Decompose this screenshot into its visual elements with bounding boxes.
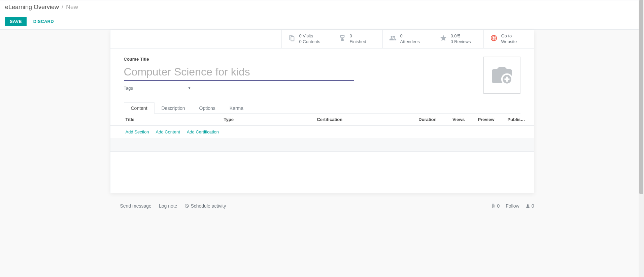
stat-finished[interactable]: 0 Finished: [332, 30, 382, 48]
col-certification[interactable]: Certification: [313, 114, 415, 126]
chatter-bar: Send message Log note Schedule activity …: [87, 200, 558, 209]
vertical-scrollbar[interactable]: [639, 0, 644, 209]
stat-website[interactable]: Go to Website: [483, 30, 534, 48]
camera-plus-icon: [490, 63, 514, 87]
users-icon: [389, 34, 397, 43]
clock-icon: [184, 204, 189, 208]
scrollbar-thumb[interactable]: [639, 0, 643, 194]
stat-attendees-line2: Attendees: [400, 39, 420, 45]
stat-attendees-line1: 0: [400, 33, 420, 39]
attachments-count[interactable]: 0: [491, 203, 500, 209]
stat-reviews-line2: 0 Reviews: [451, 39, 471, 45]
user-icon: [526, 204, 530, 208]
breadcrumb-current: New: [66, 4, 78, 11]
trophy-icon: [338, 34, 346, 43]
stat-reviews-line1: 0.0/5: [451, 33, 471, 39]
tab-description[interactable]: Description: [155, 102, 192, 114]
tab-options[interactable]: Options: [192, 102, 223, 114]
caret-down-icon: ▼: [188, 86, 191, 90]
add-section-link[interactable]: Add Section: [126, 129, 149, 134]
table-row: [110, 151, 534, 165]
stat-attendees[interactable]: 0 Attendees: [382, 30, 433, 48]
tags-placeholder: Tags: [124, 86, 133, 91]
schedule-activity-button[interactable]: Schedule activity: [184, 203, 226, 209]
stat-website-line2: Website: [501, 39, 517, 45]
tab-content[interactable]: Content: [124, 102, 155, 114]
documents-icon: [288, 34, 296, 43]
stat-website-line1: Go to: [501, 33, 517, 39]
col-views[interactable]: Views: [449, 114, 474, 126]
tags-input[interactable]: Tags ▼: [124, 84, 191, 92]
stat-finished-line2: Finished: [350, 39, 366, 45]
add-content-link[interactable]: Add Content: [156, 129, 180, 134]
form-sheet: 0 Visits 0 Contents 0 Finished: [110, 30, 534, 193]
star-icon: [439, 34, 447, 43]
stat-reviews[interactable]: 0.0/5 0 Reviews: [433, 30, 483, 48]
stat-visits[interactable]: 0 Visits 0 Contents: [281, 30, 332, 48]
follow-button[interactable]: Follow: [506, 203, 519, 209]
discard-button[interactable]: DISCARD: [29, 17, 59, 26]
breadcrumb-bar: eLearning Overview / New SAVE DISCARD: [0, 0, 644, 30]
col-type[interactable]: Type: [221, 114, 314, 126]
stat-visits-line2: 0 Contents: [299, 39, 320, 45]
stat-visits-line1: 0 Visits: [299, 33, 320, 39]
send-message-button[interactable]: Send message: [120, 203, 151, 209]
content-table: Title Type Certification Duration Views …: [110, 114, 534, 165]
col-published[interactable]: Publis…: [504, 114, 534, 126]
breadcrumb-separator: /: [62, 4, 63, 11]
globe-icon: [490, 34, 498, 43]
col-duration[interactable]: Duration: [415, 114, 449, 126]
breadcrumb: eLearning Overview / New: [5, 4, 639, 11]
notebook-tabs: Content Description Options Karma: [124, 102, 520, 114]
col-preview[interactable]: Preview: [474, 114, 504, 126]
course-image-uploader[interactable]: [483, 57, 520, 94]
breadcrumb-root[interactable]: eLearning Overview: [5, 4, 59, 11]
col-title[interactable]: Title: [110, 114, 221, 126]
course-title-input[interactable]: [124, 64, 354, 81]
followers-count[interactable]: 0: [526, 203, 534, 209]
save-button[interactable]: SAVE: [5, 17, 27, 26]
tab-karma[interactable]: Karma: [223, 102, 250, 114]
add-certification-link[interactable]: Add Certification: [187, 129, 219, 134]
stat-button-row: 0 Visits 0 Contents 0 Finished: [110, 30, 534, 49]
log-note-button[interactable]: Log note: [159, 203, 177, 209]
stat-finished-line1: 0: [350, 33, 366, 39]
paperclip-icon: [491, 204, 496, 208]
table-row: [110, 138, 534, 151]
course-title-label: Course Title: [124, 57, 520, 62]
